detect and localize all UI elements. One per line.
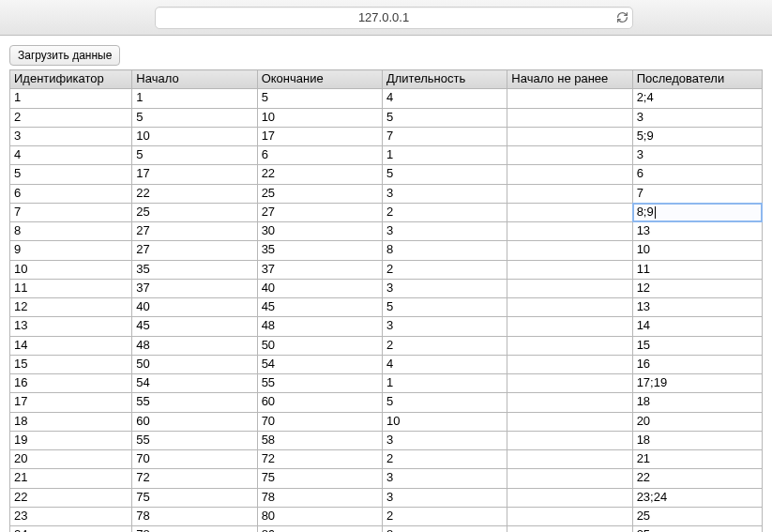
cell-id[interactable]: 17 bbox=[10, 393, 132, 412]
cell-nel[interactable] bbox=[507, 412, 632, 431]
cell-nel[interactable] bbox=[507, 260, 632, 279]
cell-nel[interactable] bbox=[507, 89, 632, 108]
cell-nel[interactable] bbox=[507, 222, 632, 241]
load-data-button[interactable]: Загрузить данные bbox=[9, 45, 120, 66]
cell-dur[interactable]: 5 bbox=[382, 298, 507, 317]
cell-end[interactable]: 5 bbox=[257, 89, 382, 108]
cell-end[interactable]: 72 bbox=[257, 450, 382, 469]
cell-dur[interactable]: 3 bbox=[382, 279, 507, 297]
cell-end[interactable]: 50 bbox=[257, 336, 382, 355]
cell-end[interactable]: 37 bbox=[257, 260, 382, 279]
cell-nel[interactable] bbox=[507, 298, 632, 317]
cell-succ[interactable]: 25 bbox=[632, 507, 762, 525]
cell-succ[interactable]: 25 bbox=[632, 526, 762, 533]
cell-dur[interactable]: 7 bbox=[382, 127, 507, 145]
cell-nel[interactable] bbox=[507, 450, 632, 469]
reload-icon[interactable] bbox=[612, 11, 632, 23]
cell-nel[interactable] bbox=[507, 507, 632, 525]
cell-nel[interactable] bbox=[507, 203, 632, 221]
cell-id[interactable]: 21 bbox=[10, 469, 132, 488]
cell-start[interactable]: 75 bbox=[132, 488, 257, 507]
cell-nel[interactable] bbox=[507, 127, 632, 145]
col-id[interactable]: Идентификатор bbox=[10, 70, 132, 89]
cell-start[interactable]: 50 bbox=[132, 355, 257, 373]
cell-start[interactable]: 54 bbox=[132, 374, 257, 393]
cell-dur[interactable]: 5 bbox=[382, 393, 507, 412]
cell-dur[interactable]: 1 bbox=[382, 146, 507, 165]
cell-dur[interactable]: 3 bbox=[382, 222, 507, 241]
cell-start[interactable]: 17 bbox=[132, 165, 257, 184]
cell-end[interactable]: 45 bbox=[257, 298, 382, 317]
cell-nel[interactable] bbox=[507, 336, 632, 355]
cell-succ[interactable]: 12 bbox=[632, 279, 762, 297]
cell-id[interactable]: 23 bbox=[10, 507, 132, 525]
cell-nel[interactable] bbox=[507, 108, 632, 127]
cell-dur[interactable]: 2 bbox=[382, 450, 507, 469]
cell-end[interactable]: 40 bbox=[257, 279, 382, 297]
cell-id[interactable]: 12 bbox=[10, 298, 132, 317]
cell-id[interactable]: 3 bbox=[10, 127, 132, 145]
cell-succ[interactable]: 18 bbox=[632, 393, 762, 412]
cell-succ[interactable]: 6 bbox=[632, 165, 762, 184]
cell-succ[interactable]: 15 bbox=[632, 336, 762, 355]
cell-id[interactable]: 16 bbox=[10, 374, 132, 393]
cell-id[interactable]: 5 bbox=[10, 165, 132, 184]
cell-end[interactable]: 25 bbox=[257, 184, 382, 203]
cell-succ[interactable]: 14 bbox=[632, 317, 762, 336]
cell-nel[interactable] bbox=[507, 355, 632, 373]
cell-start[interactable]: 37 bbox=[132, 279, 257, 297]
cell-id[interactable]: 4 bbox=[10, 146, 132, 165]
cell-start[interactable]: 35 bbox=[132, 260, 257, 279]
cell-nel[interactable] bbox=[507, 165, 632, 184]
cell-succ[interactable]: 21 bbox=[632, 450, 762, 469]
cell-start[interactable]: 78 bbox=[132, 507, 257, 525]
cell-dur[interactable]: 2 bbox=[382, 203, 507, 221]
col-start[interactable]: Начало bbox=[132, 70, 257, 89]
cell-id[interactable]: 7 bbox=[10, 203, 132, 221]
cell-end[interactable]: 70 bbox=[257, 412, 382, 431]
cell-succ[interactable]: 20 bbox=[632, 412, 762, 431]
cell-end[interactable]: 10 bbox=[257, 108, 382, 127]
cell-start[interactable]: 78 bbox=[132, 526, 257, 533]
cell-dur[interactable]: 3 bbox=[382, 184, 507, 203]
cell-id[interactable]: 2 bbox=[10, 108, 132, 127]
cell-end[interactable]: 75 bbox=[257, 469, 382, 488]
cell-id[interactable]: 11 bbox=[10, 279, 132, 297]
cell-dur[interactable]: 1 bbox=[382, 374, 507, 393]
col-end[interactable]: Окончание bbox=[257, 70, 382, 89]
cell-end[interactable]: 54 bbox=[257, 355, 382, 373]
cell-start[interactable]: 1 bbox=[132, 89, 257, 108]
cell-dur[interactable]: 8 bbox=[382, 526, 507, 533]
col-not-earlier[interactable]: Начало не ранее bbox=[507, 70, 632, 89]
cell-end[interactable]: 60 bbox=[257, 393, 382, 412]
cell-succ[interactable]: 2;4 bbox=[632, 89, 762, 108]
cell-succ[interactable]: 11 bbox=[632, 260, 762, 279]
cell-start[interactable]: 5 bbox=[132, 108, 257, 127]
cell-nel[interactable] bbox=[507, 184, 632, 203]
cell-dur[interactable]: 5 bbox=[382, 165, 507, 184]
cell-end[interactable]: 58 bbox=[257, 431, 382, 449]
cell-nel[interactable] bbox=[507, 317, 632, 336]
cell-start[interactable]: 60 bbox=[132, 412, 257, 431]
cell-start[interactable]: 40 bbox=[132, 298, 257, 317]
cell-succ[interactable]: 22 bbox=[632, 469, 762, 488]
cell-end[interactable]: 6 bbox=[257, 146, 382, 165]
cell-end[interactable]: 17 bbox=[257, 127, 382, 145]
cell-succ[interactable]: 5;9 bbox=[632, 127, 762, 145]
cell-id[interactable]: 22 bbox=[10, 488, 132, 507]
cell-end[interactable]: 78 bbox=[257, 488, 382, 507]
cell-nel[interactable] bbox=[507, 146, 632, 165]
cell-start[interactable]: 22 bbox=[132, 184, 257, 203]
cell-nel[interactable] bbox=[507, 431, 632, 449]
cell-dur[interactable]: 3 bbox=[382, 317, 507, 336]
cell-start[interactable]: 55 bbox=[132, 431, 257, 449]
cell-start[interactable]: 72 bbox=[132, 469, 257, 488]
cell-start[interactable]: 48 bbox=[132, 336, 257, 355]
cell-id[interactable]: 6 bbox=[10, 184, 132, 203]
col-duration[interactable]: Длительность bbox=[382, 70, 507, 89]
cell-id[interactable]: 9 bbox=[10, 241, 132, 260]
cell-nel[interactable] bbox=[507, 279, 632, 297]
cell-end[interactable]: 86 bbox=[257, 526, 382, 533]
cell-nel[interactable] bbox=[507, 469, 632, 488]
cell-nel[interactable] bbox=[507, 393, 632, 412]
